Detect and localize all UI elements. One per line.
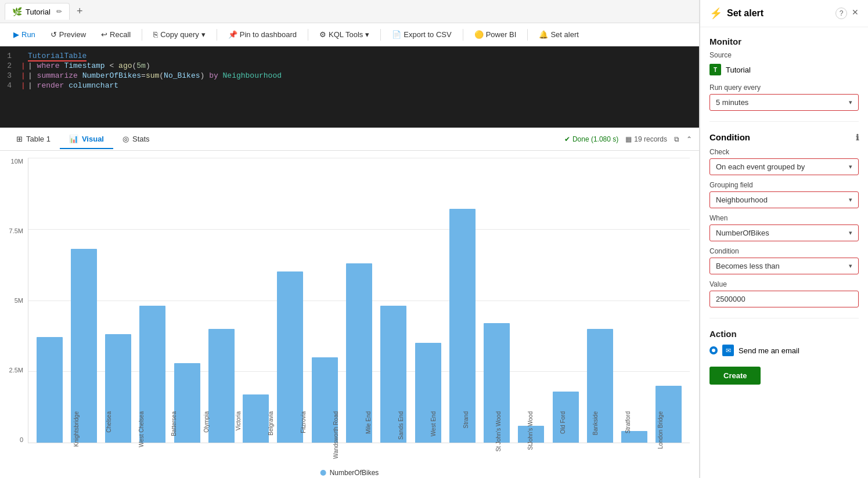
toolbar-separator-3: [308, 29, 308, 41]
x-label-item: Mile End: [353, 409, 384, 443]
x-label-item: Strand: [451, 409, 481, 443]
email-icon: ✉: [722, 345, 734, 356]
monitor-title: Monitor: [709, 37, 859, 46]
action-row: ✉ Send me an email: [709, 345, 859, 356]
checkmark-icon: ✔: [564, 135, 570, 143]
source-field-group: Source T Tutorial: [709, 51, 859, 78]
right-panel: ⚡ Set alert ? ✕ Monitor Source T Tutoria…: [700, 0, 868, 478]
bar-group: [653, 158, 685, 443]
bar-group: [549, 158, 582, 443]
power-bi-button[interactable]: 🟡 Power BI: [468, 27, 523, 42]
x-label-text: Sands End: [398, 411, 404, 440]
x-label-text: London Bridge: [657, 411, 664, 449]
panel-title: ⚡ Set alert: [709, 7, 763, 20]
run-query-select[interactable]: 5 minutes ▾: [709, 94, 859, 111]
x-label-item: Fitzrovia: [288, 409, 319, 443]
bar-group: [102, 158, 135, 443]
export-csv-button[interactable]: 📄 Export to CSV: [386, 27, 458, 42]
results-tabs: ⊞ Table 1 📊 Visual ◎ Stats ✔ Done (1.080…: [0, 128, 699, 151]
check-select[interactable]: On each event grouped by ▾: [709, 158, 859, 175]
tab-stats[interactable]: ◎ Stats: [113, 130, 159, 149]
source-value: Tutorial: [726, 66, 751, 74]
help-icon[interactable]: ?: [835, 8, 847, 19]
chart-legend: NumberOfBikes: [320, 469, 379, 477]
condition-value: Becomes less than: [716, 262, 780, 270]
grouping-chevron-icon: ▾: [849, 196, 852, 204]
x-label-text: StJohn's Wood: [527, 411, 534, 450]
bar-group: [446, 158, 478, 443]
when-select[interactable]: NumberOfBikes ▾: [709, 224, 859, 241]
tab-visual[interactable]: 📊 Visual: [60, 130, 113, 149]
section-divider-1: [709, 121, 859, 122]
check-field-group: Check On each event grouped by ▾: [709, 148, 859, 175]
x-label-text: Knightsbridge: [73, 411, 80, 447]
legend-label: NumberOfBikes: [330, 469, 379, 477]
x-label-text: Chelsea: [106, 411, 112, 433]
check-label: Check: [709, 148, 859, 156]
send-email-radio[interactable]: [709, 346, 718, 354]
toolbar-separator-5: [463, 29, 463, 41]
copy-results-icon[interactable]: ⧉: [674, 135, 679, 143]
tab-edit-icon[interactable]: ✏: [56, 8, 62, 16]
bar-group: [343, 158, 375, 443]
condition-chevron-icon: ▾: [849, 262, 852, 270]
bar-group: [618, 158, 651, 443]
send-email-label: Send me an email: [739, 346, 799, 355]
x-label-item: Victoria: [223, 409, 254, 443]
toolbar-separator-1: [142, 29, 142, 41]
copy-query-button[interactable]: ⎘ Copy query ▾: [147, 27, 211, 42]
monitor-section: Monitor Source T Tutorial Run query ever…: [709, 37, 859, 111]
x-label-text: Bankside: [592, 411, 599, 435]
close-icon[interactable]: ✕: [852, 8, 859, 19]
bar-group: [412, 158, 444, 443]
create-button[interactable]: Create: [709, 367, 761, 385]
kql-tools-button[interactable]: ⚙ KQL Tools ▾: [313, 27, 376, 42]
pin-icon: 📌: [228, 30, 237, 39]
bar-group: [67, 158, 100, 443]
condition-select[interactable]: Becomes less than ▾: [709, 258, 859, 274]
x-label-item: West End: [418, 409, 449, 443]
export-icon: 📄: [392, 30, 401, 39]
x-label-item: Old Ford: [548, 409, 578, 443]
status-records: ▦ 19 records: [625, 135, 667, 143]
x-label-item: Battersea: [159, 409, 189, 443]
x-label-text: Wandsworth Road: [333, 411, 339, 459]
legend-dot: [320, 470, 326, 476]
check-chevron-icon: ▾: [849, 163, 852, 171]
bar-group: [136, 158, 169, 443]
set-alert-button[interactable]: 🔔 Set alert: [532, 27, 585, 42]
condition-section: Condition ℹ Check On each event grouped …: [709, 132, 859, 307]
status-done: ✔ Done (1.080 s): [564, 135, 618, 143]
grouping-select[interactable]: Neighbourhood ▾: [709, 191, 859, 208]
tab-table1[interactable]: ⊞ Table 1: [7, 130, 60, 149]
pin-to-dashboard-button[interactable]: 📌 Pin to dashboard: [222, 27, 303, 42]
code-editor[interactable]: 1 TutorialTable 2 | | where Timestamp < …: [0, 46, 699, 128]
action-title: Action: [709, 329, 859, 339]
condition-title: Condition ℹ: [709, 132, 859, 142]
bar[interactable]: [449, 209, 476, 443]
kql-icon: ⚙: [319, 30, 326, 39]
value-input[interactable]: [709, 291, 859, 307]
run-button[interactable]: ▶ Run: [7, 27, 42, 42]
condition-info-icon[interactable]: ℹ: [856, 133, 859, 142]
visual-icon: 📊: [69, 135, 78, 143]
tab-tutorial[interactable]: 🌿 Tutorial ✏: [5, 3, 70, 20]
preview-button[interactable]: ↺ Preview: [44, 27, 92, 42]
recall-button[interactable]: ↩ Recall: [95, 27, 137, 42]
bar-group: [240, 158, 272, 443]
x-label-text: Olympia: [203, 411, 210, 433]
x-label-item: West Chelsea: [126, 409, 157, 443]
x-label-item: Olympia: [191, 409, 222, 443]
source-label: Source: [709, 51, 859, 59]
chart-bars-wrapper: KnightsbridgeChelseaWest ChelseaBatterse…: [28, 158, 690, 443]
expand-icon[interactable]: ⌃: [686, 135, 692, 143]
grouping-field-group: Grouping field Neighbourhood ▾: [709, 181, 859, 208]
bar-group: [171, 158, 203, 443]
source-row: T Tutorial: [709, 61, 859, 78]
x-label-text: Old Ford: [560, 411, 566, 434]
x-label-text: Stratford: [625, 411, 631, 433]
panel-header-icons: ? ✕: [835, 8, 859, 19]
results-status: ✔ Done (1.080 s) ▦ 19 records ⧉ ⌃: [564, 135, 692, 143]
add-tab-button[interactable]: +: [72, 3, 88, 20]
x-label-text: Fitzrovia: [300, 411, 307, 433]
